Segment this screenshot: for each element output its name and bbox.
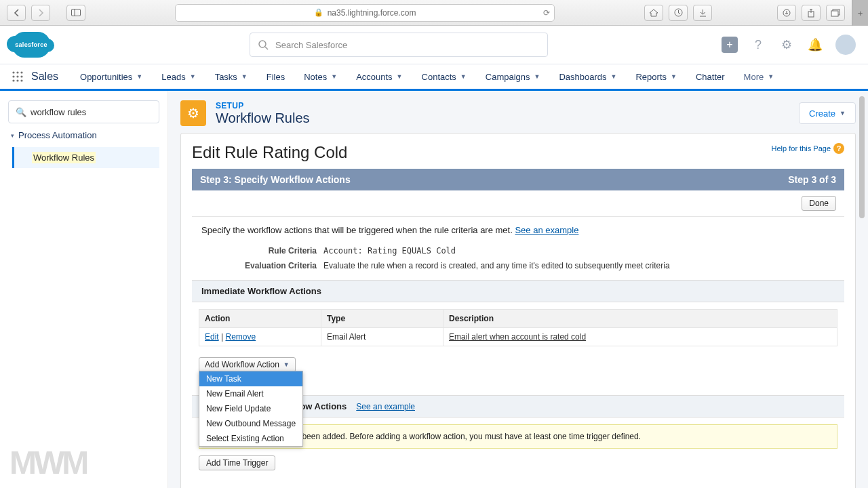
col-description: Description	[443, 310, 837, 328]
menu-item-new-outbound-message[interactable]: New Outbound Message	[199, 416, 302, 431]
svg-point-18	[20, 79, 22, 81]
sidebar-item-workflow-rules[interactable]: Workflow Rules	[12, 147, 159, 168]
setup-label: SETUP	[216, 101, 310, 110]
menu-item-select-existing-action[interactable]: Select Existing Action	[199, 431, 302, 446]
chevron-down-icon: ▼	[136, 73, 142, 80]
row-description-link[interactable]: Email alert when account is rated cold	[449, 332, 586, 342]
chevron-down-icon: ▼	[840, 110, 846, 117]
search-input[interactable]: Search Salesforce	[250, 33, 548, 57]
home-button[interactable]	[644, 5, 663, 21]
svg-point-15	[20, 75, 22, 77]
page-title: Workflow Rules	[216, 110, 310, 126]
done-button[interactable]: Done	[802, 196, 836, 211]
col-type: Type	[321, 310, 443, 328]
rule-criteria-value: Account: Rating EQUALS Cold	[323, 246, 835, 256]
menu-item-new-task[interactable]: New Task	[199, 371, 302, 386]
lock-icon: 🔒	[314, 8, 323, 17]
chevron-down-icon: ▼	[397, 73, 403, 80]
svg-point-12	[20, 71, 22, 73]
quick-find-value: workflow rules	[31, 107, 86, 117]
url-text: na35.lightning.force.com	[328, 8, 416, 18]
svg-point-16	[12, 79, 14, 81]
row-remove-link[interactable]: Remove	[225, 332, 256, 342]
immediate-actions-header: Immediate Workflow Actions	[192, 280, 844, 302]
new-tab-button[interactable]: +	[852, 0, 868, 26]
forward-button[interactable]	[31, 5, 50, 21]
step-count: Step 3 of 3	[788, 174, 836, 185]
svg-line-9	[265, 47, 268, 49]
nav-item-dashboards[interactable]: Dashboards▼	[549, 64, 626, 89]
add-time-trigger-button[interactable]: Add Time Trigger	[199, 455, 275, 470]
chevron-down-icon: ▼	[190, 73, 196, 80]
sidebar-group-process-automation[interactable]: ▾ Process Automation	[8, 123, 159, 147]
sidebar-toggle-button[interactable]	[66, 5, 85, 21]
nav-item-leads[interactable]: Leads▼	[152, 64, 205, 89]
help-for-page-link[interactable]: Help for this Page ?	[772, 143, 844, 154]
menu-item-new-email-alert[interactable]: New Email Alert	[199, 386, 302, 401]
setup-gear-icon[interactable]: ⚙	[778, 37, 795, 53]
nav-item-accounts[interactable]: Accounts▼	[347, 64, 412, 89]
chevron-down-icon: ▼	[534, 73, 540, 80]
nav-item-notes[interactable]: Notes▼	[294, 64, 347, 89]
help-icon: ?	[833, 143, 844, 154]
chevron-down-icon: ▼	[331, 73, 337, 80]
quick-find-input[interactable]: 🔍 workflow rules	[8, 100, 159, 123]
add-workflow-action-menu: New Task New Email Alert New Field Updat…	[199, 371, 303, 447]
back-button[interactable]	[7, 5, 26, 21]
chevron-down-icon: ▼	[768, 73, 774, 80]
chevron-down-icon: ▾	[11, 132, 14, 139]
url-bar[interactable]: 🔒 na35.lightning.force.com ⟳	[175, 4, 555, 22]
history-button[interactable]	[669, 5, 688, 21]
add-workflow-action-button[interactable]: Add Workflow Action ▼	[199, 357, 296, 372]
chevron-down-icon: ▼	[671, 73, 677, 80]
global-create-button[interactable]: +	[722, 37, 738, 53]
create-button[interactable]: Create ▼	[799, 102, 856, 124]
col-action: Action	[199, 310, 321, 328]
tabs-button[interactable]	[826, 5, 845, 21]
row-edit-link[interactable]: Edit	[205, 332, 219, 342]
search-placeholder: Search Salesforce	[275, 40, 347, 50]
menu-item-new-field-update[interactable]: New Field Update	[199, 401, 302, 416]
svg-rect-7	[831, 11, 838, 16]
see-example-link-2[interactable]: See an example	[356, 402, 415, 411]
reload-icon[interactable]: ⟳	[543, 8, 550, 18]
step-title: Step 3: Specify Workflow Actions	[200, 174, 351, 185]
download-indicator-button[interactable]	[777, 5, 796, 21]
nav-item-files[interactable]: Files	[257, 64, 294, 89]
see-example-link[interactable]: See an example	[515, 225, 578, 235]
evaluation-criteria-value: Evaluate the rule when a record is creat…	[323, 261, 835, 270]
nav-item-more[interactable]: More▼	[734, 64, 784, 89]
svg-point-14	[16, 75, 18, 77]
nav-item-reports[interactable]: Reports▼	[626, 64, 686, 89]
chevron-down-icon: ▼	[611, 73, 617, 80]
chevron-down-icon: ▼	[460, 73, 467, 80]
search-icon	[258, 40, 269, 50]
nav-item-tasks[interactable]: Tasks▼	[205, 64, 257, 89]
svg-rect-0	[72, 9, 81, 16]
avatar[interactable]	[835, 35, 856, 55]
search-icon: 🔍	[16, 107, 26, 117]
rule-criteria-label: Rule Criteria	[201, 246, 323, 256]
nav-item-campaigns[interactable]: Campaigns▼	[476, 64, 550, 89]
svg-point-17	[16, 79, 18, 81]
help-icon[interactable]: ?	[750, 37, 766, 53]
instruction-text: Specify the workflow actions that will b…	[201, 225, 513, 235]
svg-point-10	[12, 71, 14, 73]
app-name: Sales	[27, 64, 71, 89]
svg-point-8	[259, 41, 266, 47]
salesforce-logo[interactable]: salesforce	[12, 32, 50, 58]
nav-item-chatter[interactable]: Chatter	[686, 64, 734, 89]
share-button[interactable]	[802, 5, 821, 21]
notifications-icon[interactable]: 🔔	[807, 37, 823, 53]
downloads-button[interactable]	[693, 5, 712, 21]
evaluation-criteria-label: Evaluation Criteria	[201, 261, 323, 270]
nav-item-opportunities[interactable]: Opportunities▼	[71, 64, 152, 89]
setup-gear-icon: ⚙	[180, 100, 206, 126]
scrollbar[interactable]	[859, 96, 865, 350]
app-launcher-icon[interactable]	[8, 64, 27, 89]
watermark: MWM	[9, 444, 86, 481]
chevron-down-icon: ▼	[283, 361, 290, 368]
chevron-down-icon: ▼	[241, 73, 248, 80]
svg-point-13	[12, 75, 14, 77]
nav-item-contacts[interactable]: Contacts▼	[412, 64, 476, 89]
